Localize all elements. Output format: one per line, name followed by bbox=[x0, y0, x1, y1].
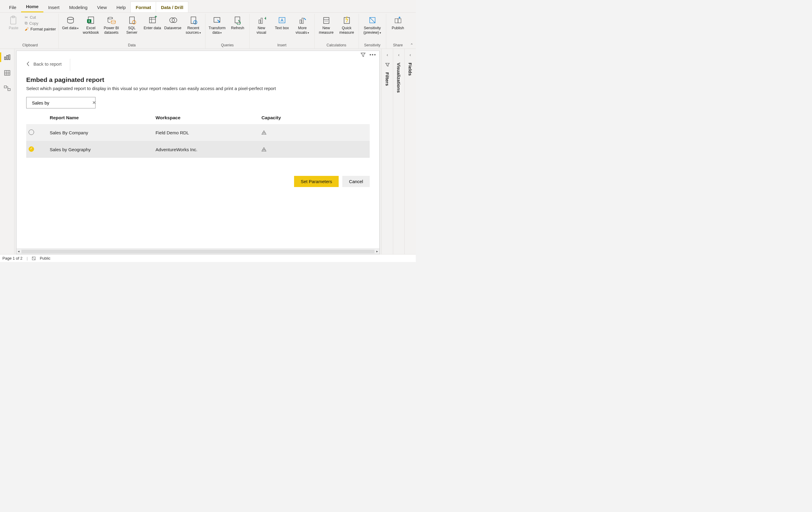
svg-rect-19 bbox=[235, 17, 240, 23]
menu-data-drill[interactable]: Data / Drill bbox=[156, 1, 188, 12]
text-box-button[interactable]: A Text box bbox=[273, 14, 291, 32]
sql-server-button[interactable]: SQL Server bbox=[123, 14, 141, 36]
ribbon-group-calculations: New measure Quick measure Calculations bbox=[315, 14, 359, 49]
excel-workbook-button[interactable]: X Excel workbook bbox=[82, 14, 100, 36]
col-capacity: Capacity bbox=[262, 115, 367, 120]
filter-icon[interactable] bbox=[360, 52, 366, 58]
search-input[interactable] bbox=[31, 100, 90, 106]
sensitivity-status[interactable]: Public bbox=[40, 256, 50, 261]
svg-text:+: + bbox=[154, 16, 157, 19]
clear-search-button[interactable]: ✕ bbox=[92, 100, 96, 106]
table-row[interactable]: Sales By Company Field Demo RDL bbox=[26, 124, 370, 141]
collapse-ribbon-button[interactable]: ⌃ bbox=[410, 43, 413, 47]
dataverse-button[interactable]: Dataverse bbox=[164, 14, 182, 32]
share-group-label: Share bbox=[393, 42, 403, 49]
page-title: Embed a paginated report bbox=[26, 76, 370, 84]
new-measure-button[interactable]: New measure bbox=[317, 14, 336, 36]
svg-rect-26 bbox=[302, 18, 303, 24]
chevron-left-icon[interactable]: ‹ bbox=[386, 52, 388, 57]
get-data-button[interactable]: Get data▾ bbox=[61, 14, 80, 32]
svg-rect-25 bbox=[300, 20, 301, 24]
menu-help[interactable]: Help bbox=[112, 2, 131, 12]
svg-rect-35 bbox=[398, 19, 401, 23]
horizontal-scrollbar[interactable]: ◂ ▸ bbox=[17, 248, 379, 254]
data-view-icon bbox=[4, 70, 10, 76]
back-to-report-button[interactable]: Back to report bbox=[26, 59, 70, 71]
excel-icon: X bbox=[86, 15, 95, 25]
capacity-icon bbox=[262, 147, 367, 151]
filters-pane[interactable]: ‹ Filters bbox=[381, 49, 393, 254]
transform-data-button[interactable]: Transform data▾ bbox=[208, 14, 227, 36]
svg-rect-32 bbox=[344, 18, 349, 24]
svg-text:A: A bbox=[281, 18, 284, 23]
ribbon-group-insert: + New visual A Text box More visuals▾ bbox=[250, 14, 315, 49]
dataverse-icon bbox=[168, 15, 177, 25]
chevron-left-icon[interactable]: ‹ bbox=[398, 52, 400, 57]
set-parameters-button[interactable]: Set Parameters bbox=[294, 176, 339, 187]
filters-pane-icon bbox=[385, 63, 390, 67]
publish-button[interactable]: Publish bbox=[389, 14, 407, 32]
more-options-icon[interactable]: ••• bbox=[369, 52, 376, 58]
scroll-right-icon[interactable]: ▸ bbox=[376, 249, 378, 253]
svg-rect-39 bbox=[4, 70, 10, 75]
ribbon-group-queries: Transform data▾ Refresh Queries bbox=[205, 14, 250, 49]
menu-home[interactable]: Home bbox=[21, 1, 44, 12]
menu-insert[interactable]: Insert bbox=[44, 2, 64, 12]
recent-sources-icon bbox=[189, 15, 198, 25]
paginated-report-visual[interactable]: ••• Back to report Embed a paginated rep… bbox=[16, 51, 380, 254]
svg-point-29 bbox=[325, 21, 325, 21]
radio-unselected[interactable] bbox=[29, 129, 34, 135]
recent-sources-button[interactable]: Recent sources▾ bbox=[184, 14, 203, 36]
menu-bar: File Home Insert Modeling View Help Form… bbox=[0, 0, 416, 13]
text-box-icon: A bbox=[278, 15, 287, 25]
svg-point-31 bbox=[327, 21, 328, 21]
ribbon-group-data: Get data▾ X Excel workbook Power BI data… bbox=[59, 14, 205, 49]
quick-measure-button[interactable]: Quick measure bbox=[338, 14, 356, 36]
menu-file[interactable]: File bbox=[4, 2, 21, 12]
cancel-button[interactable]: Cancel bbox=[342, 176, 370, 187]
svg-point-30 bbox=[326, 21, 327, 21]
page-indicator[interactable]: Page 1 of 2 bbox=[2, 256, 23, 261]
format-painter-button[interactable]: 🖌Format painter bbox=[25, 27, 56, 31]
powerbi-datasets-button[interactable]: Power BI datasets bbox=[102, 14, 121, 36]
publish-icon bbox=[394, 15, 403, 25]
quick-measure-icon bbox=[342, 15, 351, 25]
chevron-left-icon bbox=[26, 61, 30, 66]
scroll-left-icon[interactable]: ◂ bbox=[18, 249, 20, 253]
chevron-left-icon[interactable]: ‹ bbox=[409, 52, 411, 57]
fields-pane[interactable]: ‹ Fields bbox=[404, 49, 416, 254]
transform-data-icon bbox=[213, 15, 222, 25]
refresh-button[interactable]: Refresh bbox=[228, 14, 247, 32]
report-view-button[interactable] bbox=[0, 51, 14, 63]
radio-selected[interactable] bbox=[29, 146, 34, 152]
chevron-down-icon: ▾ bbox=[77, 27, 79, 30]
data-group-label: Data bbox=[128, 42, 136, 49]
copy-button[interactable]: ⧉Copy bbox=[25, 21, 38, 26]
menu-modeling[interactable]: Modeling bbox=[64, 2, 92, 12]
sensitivity-group-label: Sensitivity bbox=[364, 42, 380, 49]
col-workspace: Workspace bbox=[155, 115, 261, 120]
back-label: Back to report bbox=[33, 61, 61, 66]
sensitivity-button[interactable]: Sensitivity (preview)▾ bbox=[361, 14, 383, 36]
cut-button[interactable]: ✂Cut bbox=[25, 15, 36, 20]
paste-button[interactable]: Paste bbox=[4, 14, 23, 32]
search-box[interactable]: ✕ bbox=[26, 97, 95, 109]
menu-format[interactable]: Format bbox=[130, 1, 156, 12]
data-view-button[interactable] bbox=[0, 67, 14, 79]
powerbi-datasets-icon bbox=[107, 15, 116, 25]
new-visual-button[interactable]: + New visual bbox=[252, 14, 271, 36]
new-measure-icon bbox=[322, 15, 331, 25]
chevron-down-icon: ▾ bbox=[308, 31, 309, 34]
sensitivity-icon bbox=[368, 15, 377, 25]
format-painter-icon: 🖌 bbox=[25, 27, 29, 31]
paste-label: Paste bbox=[9, 26, 19, 30]
table-row[interactable]: Sales by Geography AdventureWorks Inc. bbox=[26, 141, 370, 158]
ribbon-group-sensitivity: Sensitivity (preview)▾ Sensitivity bbox=[359, 14, 386, 49]
model-view-button[interactable] bbox=[0, 83, 14, 95]
menu-view[interactable]: View bbox=[92, 2, 112, 12]
right-panes: ‹ Filters ‹ Visualizations ‹ Fields bbox=[381, 49, 416, 254]
more-visuals-button[interactable]: More visuals▾ bbox=[293, 14, 312, 36]
enter-data-button[interactable]: + Enter data bbox=[143, 14, 162, 32]
visualizations-pane[interactable]: ‹ Visualizations bbox=[393, 49, 404, 254]
more-visuals-icon bbox=[298, 15, 307, 25]
